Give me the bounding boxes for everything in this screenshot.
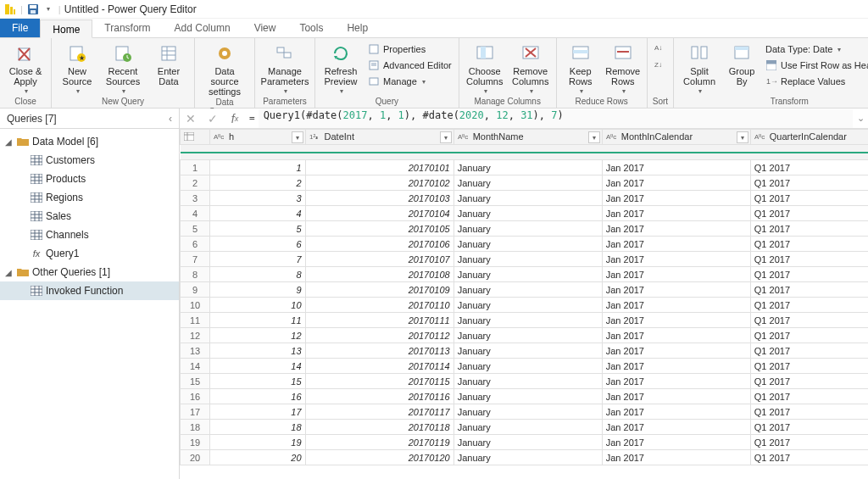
- cell[interactable]: January: [453, 374, 602, 389]
- cell[interactable]: Q1 2017: [750, 389, 868, 404]
- tree-item[interactable]: Channels: [0, 226, 179, 244]
- cell[interactable]: January: [453, 404, 602, 420]
- table-row[interactable]: 181820170118JanuaryJan 2017Q1 2017: [181, 420, 869, 435]
- chevron-down-icon[interactable]: ▾: [42, 3, 55, 16]
- cell[interactable]: Q1 2017: [750, 191, 868, 206]
- cell[interactable]: 5: [210, 221, 306, 237]
- cell[interactable]: January: [453, 221, 602, 237]
- cell[interactable]: Jan 2017: [602, 191, 750, 206]
- enter-data-button[interactable]: Enter Data: [148, 40, 189, 86]
- data-grid[interactable]: Aᴮc h▾1²₃ DateInt▾Aᴮc MonthName▾Aᴮc Mont…: [180, 129, 868, 479]
- cell[interactable]: Q1 2017: [750, 175, 868, 191]
- cell[interactable]: Q1 2017: [750, 404, 868, 420]
- cell[interactable]: 20170102: [305, 175, 453, 191]
- cell[interactable]: 20170103: [305, 191, 453, 206]
- column-header[interactable]: Aᴮc MonthName▾: [453, 130, 602, 145]
- cell[interactable]: 18: [210, 420, 306, 435]
- cell[interactable]: 13: [210, 343, 306, 359]
- column-header[interactable]: Aᴮc MonthInCalendar▾: [602, 130, 750, 145]
- table-row[interactable]: 191920170119JanuaryJan 2017Q1 2017: [181, 435, 869, 450]
- row-header[interactable]: 20: [181, 450, 210, 465]
- cell[interactable]: Jan 2017: [602, 404, 750, 420]
- tree-item[interactable]: Invoked Function: [0, 281, 179, 300]
- advanced-editor-button[interactable]: Advanced Editor: [366, 58, 453, 73]
- cell[interactable]: Jan 2017: [602, 206, 750, 221]
- row-header[interactable]: 7: [181, 252, 210, 267]
- table-row[interactable]: 161620170116JanuaryJan 2017Q1 2017: [181, 389, 869, 404]
- cell[interactable]: 1: [210, 160, 306, 175]
- tab-transform[interactable]: Transform: [92, 19, 162, 37]
- cell[interactable]: 20: [210, 450, 306, 465]
- cell[interactable]: 4: [210, 206, 306, 221]
- cell[interactable]: Jan 2017: [602, 374, 750, 389]
- cell[interactable]: 20170104: [305, 206, 453, 221]
- tab-help[interactable]: Help: [335, 19, 380, 37]
- row-header[interactable]: 4: [181, 206, 210, 221]
- tree-item[interactable]: Sales: [0, 207, 179, 226]
- cell[interactable]: 20170110: [305, 298, 453, 313]
- cell[interactable]: 20170112: [305, 328, 453, 343]
- cell[interactable]: Q1 2017: [750, 450, 868, 465]
- tree-item[interactable]: Products: [0, 170, 179, 188]
- cell[interactable]: Q1 2017: [750, 267, 868, 282]
- cell[interactable]: Jan 2017: [602, 450, 750, 465]
- row-header[interactable]: 15: [181, 374, 210, 389]
- cell[interactable]: Q1 2017: [750, 298, 868, 313]
- cell[interactable]: 6: [210, 237, 306, 252]
- cell[interactable]: Q1 2017: [750, 435, 868, 450]
- cell[interactable]: Q1 2017: [750, 282, 868, 298]
- cell[interactable]: 20170105: [305, 221, 453, 237]
- table-row[interactable]: 4420170104JanuaryJan 2017Q1 2017: [181, 206, 869, 221]
- cell[interactable]: 3: [210, 191, 306, 206]
- group-by-button[interactable]: Group By: [725, 40, 759, 86]
- replace-values-button[interactable]: 1→2Replace Values: [764, 74, 868, 89]
- table-row[interactable]: 101020170110JanuaryJan 2017Q1 2017: [181, 298, 869, 313]
- column-dropdown-icon[interactable]: ▾: [737, 131, 748, 143]
- data-type-button[interactable]: Data Type: Date▾: [764, 42, 868, 57]
- data-source-settings-button[interactable]: Data source settings: [200, 40, 249, 97]
- column-header[interactable]: Aᴮc QuarterInCalendar▾: [750, 130, 868, 145]
- cell[interactable]: 20170118: [305, 420, 453, 435]
- row-header[interactable]: 2: [181, 175, 210, 191]
- table-row[interactable]: 9920170109JanuaryJan 2017Q1 2017: [181, 282, 869, 298]
- table-row[interactable]: 2220170102JanuaryJan 2017Q1 2017: [181, 175, 869, 191]
- cell[interactable]: Q1 2017: [750, 374, 868, 389]
- cell[interactable]: January: [453, 343, 602, 359]
- collapse-icon[interactable]: ‹: [169, 109, 172, 129]
- tree-item[interactable]: Regions: [0, 188, 179, 207]
- accept-formula-button[interactable]: ✓: [202, 109, 224, 129]
- cell[interactable]: Jan 2017: [602, 282, 750, 298]
- row-header[interactable]: 5: [181, 221, 210, 237]
- cell[interactable]: 16: [210, 389, 306, 404]
- cell[interactable]: January: [453, 282, 602, 298]
- cell[interactable]: 8: [210, 267, 306, 282]
- cell[interactable]: 20170108: [305, 267, 453, 282]
- table-row[interactable]: 131320170113JanuaryJan 2017Q1 2017: [181, 343, 869, 359]
- cell[interactable]: 20170107: [305, 252, 453, 267]
- cell[interactable]: Q1 2017: [750, 328, 868, 343]
- cell[interactable]: Jan 2017: [602, 175, 750, 191]
- cell[interactable]: Jan 2017: [602, 359, 750, 374]
- tree-folder[interactable]: ◢Other Queries [1]: [0, 263, 179, 281]
- cell[interactable]: January: [453, 175, 602, 191]
- cell[interactable]: Q1 2017: [750, 252, 868, 267]
- row-header[interactable]: 18: [181, 420, 210, 435]
- row-header[interactable]: 14: [181, 359, 210, 374]
- cell[interactable]: Q1 2017: [750, 206, 868, 221]
- close-apply-button[interactable]: Close & Apply▾: [5, 40, 46, 95]
- cell[interactable]: 14: [210, 359, 306, 374]
- cell[interactable]: 20170120: [305, 450, 453, 465]
- tree-folder[interactable]: ◢Data Model [6]: [0, 132, 179, 151]
- cell[interactable]: 11: [210, 313, 306, 328]
- cell[interactable]: January: [453, 313, 602, 328]
- keep-rows-button[interactable]: Keep Rows▾: [562, 40, 599, 95]
- tab-view[interactable]: View: [242, 19, 288, 37]
- cell[interactable]: Q1 2017: [750, 237, 868, 252]
- tree-item[interactable]: fxQuery1: [0, 244, 179, 263]
- cell[interactable]: 2: [210, 175, 306, 191]
- expand-formula-icon[interactable]: ⌄: [853, 113, 868, 124]
- table-row[interactable]: 141420170114JanuaryJan 2017Q1 2017: [181, 359, 869, 374]
- row-header[interactable]: 16: [181, 389, 210, 404]
- cell[interactable]: 20170101: [305, 160, 453, 175]
- cell[interactable]: January: [453, 206, 602, 221]
